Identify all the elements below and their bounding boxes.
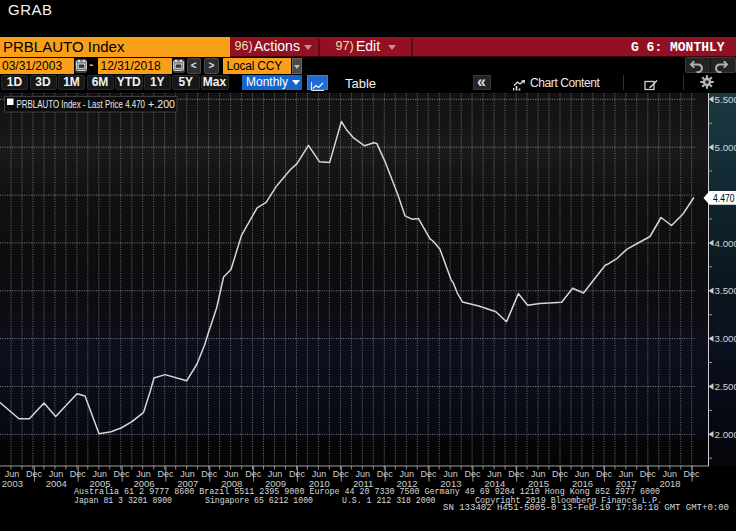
svg-text:Dec: Dec [245,469,262,479]
svg-text:Dec: Dec [201,469,218,479]
svg-text:+.200: +.200 [148,98,175,110]
svg-text:5.500: 5.500 [715,94,736,105]
svg-text:2003: 2003 [2,478,23,489]
svg-text:Dec: Dec [552,469,569,479]
svg-text:2.000: 2.000 [715,429,736,440]
svg-text:Dec: Dec [421,469,438,479]
svg-text:5.000: 5.000 [715,142,736,153]
svg-text:2018: 2018 [660,478,681,489]
svg-text:Dec: Dec [464,469,481,479]
svg-text:SN 133402 H451-5005-0 13-Feb-1: SN 133402 H451-5005-0 13-Feb-19 17:38:18… [443,503,729,512]
svg-text:Dec: Dec [157,469,174,479]
svg-text:U.S. 1 212 318 2000: U.S. 1 212 318 2000 [342,496,436,505]
svg-text:4.470: 4.470 [713,193,735,204]
svg-text:3.000: 3.000 [715,333,736,344]
svg-text:Dec: Dec [640,469,657,479]
svg-text:Dec: Dec [333,469,350,479]
svg-text:Dec: Dec [596,469,613,479]
svg-text:Singapore 65 6212 1000: Singapore 65 6212 1000 [205,496,313,505]
svg-text:Japan 81 3 3201 8900: Japan 81 3 3201 8900 [74,496,172,505]
svg-text:3.500: 3.500 [715,285,736,296]
svg-text:2.500: 2.500 [715,381,736,392]
svg-text:Dec: Dec [684,469,701,479]
svg-text:2004: 2004 [46,478,67,489]
svg-text:4.000: 4.000 [715,238,736,249]
svg-text:PRBLAUTO Index - Last Price 4.: PRBLAUTO Index - Last Price 4.470 [17,98,146,110]
svg-text:Dec: Dec [289,469,306,479]
svg-text:Dec: Dec [508,469,525,479]
svg-text:Dec: Dec [377,469,394,479]
svg-text:Dec: Dec [70,469,87,479]
svg-text:Dec: Dec [114,469,131,479]
svg-text:Dec: Dec [26,469,43,479]
